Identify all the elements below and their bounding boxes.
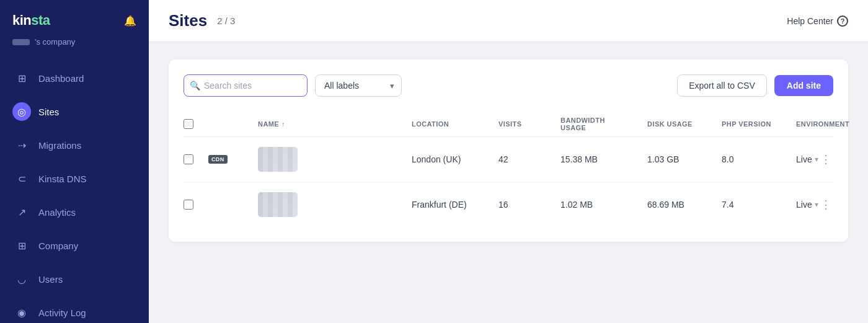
th-bandwidth: BANDWIDTHUSAGE — [560, 117, 647, 131]
activity-log-icon-wrap: ◉ — [12, 303, 31, 322]
sidebar-item-kinsta-dns[interactable]: ⊂ Kinsta DNS — [0, 162, 149, 195]
th-php: PHP VERSION — [722, 117, 796, 131]
dashboard-icon-wrap: ⊞ — [12, 69, 31, 87]
dashboard-icon: ⊞ — [18, 73, 26, 84]
row1-site-thumbnail — [258, 147, 298, 172]
row2-env-label: Live — [796, 200, 812, 210]
th-cdn — [208, 117, 258, 131]
row2-env-select[interactable]: Live ▾ — [796, 200, 818, 210]
header-left: Sites 2 / 3 — [169, 11, 235, 30]
label-select-wrap: All labels — [315, 74, 402, 97]
select-all-checkbox[interactable] — [184, 119, 193, 129]
row2-bandwidth-cell: 1.02 MB — [560, 200, 647, 210]
sidebar-item-analytics[interactable]: ↗ Analytics — [0, 195, 149, 229]
th-checkbox — [184, 117, 208, 131]
row2-env-cell: Live ▾ ⋮ — [796, 196, 833, 213]
row2-location-cell: Frankfurt (DE) — [412, 200, 498, 210]
row1-checkbox[interactable] — [184, 154, 193, 164]
th-disk: DISK USAGE — [647, 117, 722, 131]
help-center-label: Help Center — [787, 16, 833, 26]
sidebar-item-label: Dashboard — [38, 73, 84, 84]
row1-cdn-cell: CDN — [208, 155, 258, 164]
row1-more-button[interactable]: ⋮ — [818, 151, 833, 168]
migrations-icon: ⇢ — [18, 139, 26, 151]
analytics-icon: ↗ — [18, 206, 26, 218]
row2-checkbox-cell — [184, 200, 208, 210]
sidebar-item-label: Migrations — [38, 140, 81, 151]
th-bandwidth-label: BANDWIDTHUSAGE — [560, 117, 605, 131]
th-location: LOCATION — [412, 117, 498, 131]
add-site-button[interactable]: Add site — [774, 75, 833, 96]
kinsta-dns-icon: ⊂ — [18, 173, 26, 185]
row2-site-thumbnail — [258, 192, 298, 217]
row1-env-label: Live — [796, 154, 812, 164]
sidebar-item-company[interactable]: ⊞ Company — [0, 229, 149, 262]
row1-visits-cell: 42 — [498, 154, 560, 164]
sidebar-item-dashboard[interactable]: ⊞ Dashboard — [0, 61, 149, 95]
sites-icon-wrap: ◎ — [12, 102, 31, 121]
th-visits: VISITS — [498, 117, 560, 131]
thumbnail-blur — [258, 147, 298, 172]
main-header: Sites 2 / 3 Help Center ? — [149, 0, 868, 42]
migrations-icon-wrap: ⇢ — [12, 136, 31, 154]
row2-more-button[interactable]: ⋮ — [818, 196, 833, 213]
row1-checkbox-cell — [184, 154, 208, 164]
analytics-icon-wrap: ↗ — [12, 203, 31, 221]
company-row: 's company — [0, 35, 149, 56]
row1-disk-cell: 1.03 GB — [647, 154, 722, 164]
table-row: CDN London (UK) 42 15.38 MB 1.03 GB 8.0 … — [184, 137, 833, 182]
th-name-label: NAME — [258, 120, 279, 128]
row2-visits-cell: 16 — [498, 200, 560, 210]
env-chevron-icon: ▾ — [815, 200, 818, 209]
th-name[interactable]: NAME ↑ — [258, 117, 412, 131]
row1-env-cell: Live ▾ ⋮ — [796, 151, 833, 168]
company-bar — [12, 39, 30, 45]
search-input[interactable] — [184, 74, 308, 97]
sidebar-item-label: Sites — [38, 107, 59, 117]
row2-checkbox[interactable] — [184, 200, 193, 210]
thumbnail-blur — [258, 192, 298, 217]
logo: kinsta — [12, 12, 50, 29]
row1-location-cell: London (UK) — [412, 154, 498, 164]
cdn-badge: CDN — [208, 155, 228, 164]
search-icon: 🔍 — [190, 81, 200, 91]
row1-name-cell[interactable] — [258, 147, 412, 172]
company-label: 's company — [35, 37, 75, 46]
sidebar-item-label: Activity Log — [38, 308, 86, 318]
help-center-button[interactable]: Help Center ? — [787, 15, 848, 27]
sidebar-item-migrations[interactable]: ⇢ Migrations — [0, 128, 149, 162]
content-area: 🔍 All labels Export all to CSV Add site — [149, 42, 868, 323]
sidebar-logo-area: kinsta 🔔 — [0, 0, 149, 35]
company-icon-wrap: ⊞ — [12, 236, 31, 255]
toolbar: 🔍 All labels Export all to CSV Add site — [184, 74, 833, 97]
users-icon: ◡ — [17, 273, 26, 285]
page-title: Sites — [169, 11, 207, 30]
th-env: ENVIRONMENT — [796, 117, 833, 131]
sidebar-item-label: Analytics — [38, 207, 76, 218]
table-row: Frankfurt (DE) 16 1.02 MB 68.69 MB 7.4 L… — [184, 182, 833, 227]
row2-name-cell[interactable] — [258, 192, 412, 217]
company-icon: ⊞ — [18, 240, 26, 252]
sidebar-item-label: Company — [38, 241, 78, 251]
site-count-badge: 2 / 3 — [217, 15, 235, 26]
sidebar: kinsta 🔔 's company ⊞ Dashboard ◎ Sites … — [0, 0, 149, 323]
export-csv-button[interactable]: Export all to CSV — [677, 74, 767, 97]
row1-env-select[interactable]: Live ▾ — [796, 154, 818, 164]
kinsta-dns-icon-wrap: ⊂ — [12, 169, 31, 188]
sidebar-item-users[interactable]: ◡ Users — [0, 262, 149, 296]
label-select[interactable]: All labels — [315, 74, 402, 97]
row1-bandwidth-cell: 15.38 MB — [560, 154, 647, 164]
notification-bell-icon[interactable]: 🔔 — [124, 15, 136, 27]
table-header: NAME ↑ LOCATION VISITS BANDWIDTHUSAGE DI… — [184, 112, 833, 137]
sites-icon: ◎ — [17, 106, 26, 118]
help-center-icon: ? — [837, 15, 848, 27]
search-wrap: 🔍 — [184, 74, 308, 97]
sidebar-item-label: Users — [38, 274, 63, 285]
sidebar-item-sites[interactable]: ◎ Sites — [0, 95, 149, 128]
row2-php-cell: 7.4 — [722, 200, 796, 210]
row1-php-cell: 8.0 — [722, 154, 796, 164]
main-content: Sites 2 / 3 Help Center ? 🔍 All labels — [149, 0, 868, 323]
env-chevron-icon: ▾ — [815, 155, 818, 164]
row2-disk-cell: 68.69 MB — [647, 200, 722, 210]
sidebar-item-activity-log[interactable]: ◉ Activity Log — [0, 296, 149, 323]
